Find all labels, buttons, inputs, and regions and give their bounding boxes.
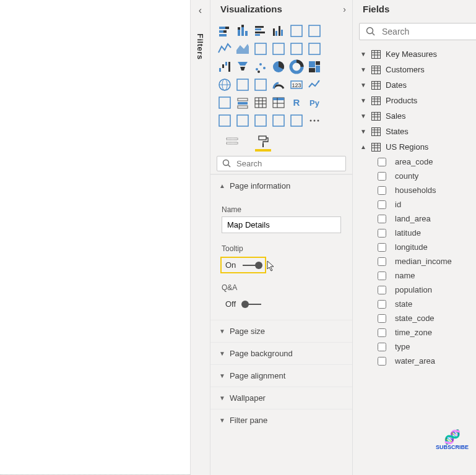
svg-rect-21 [255, 43, 266, 54]
table-dates[interactable]: ▼Dates [358, 77, 476, 93]
page-information-header[interactable]: ▲ Page information [210, 174, 352, 197]
filters-pane-label[interactable]: Filters [196, 33, 205, 60]
viz-decomposition[interactable] [235, 113, 251, 129]
field-checkbox[interactable] [378, 286, 386, 294]
viz-stacked-column-100[interactable] [306, 23, 322, 39]
field-time_zone[interactable]: time_zone [358, 325, 476, 340]
viz-treemap[interactable] [306, 59, 322, 75]
filter-pane-header[interactable]: ▼ Filter pane [210, 409, 352, 431]
fields-search-input[interactable] [382, 27, 476, 36]
field-state_code[interactable]: state_code [358, 311, 476, 325]
viz-filled-map[interactable] [235, 77, 251, 93]
fields-tab[interactable] [224, 134, 240, 150]
format-tab[interactable] [255, 134, 271, 150]
field-land_area[interactable]: land_area [358, 212, 476, 226]
viz-power-apps[interactable] [288, 113, 305, 129]
table-label: Customers [386, 65, 425, 74]
field-checkbox[interactable] [378, 186, 386, 195]
viz-slicer[interactable] [235, 95, 251, 111]
format-search-box[interactable] [217, 156, 346, 171]
field-checkbox[interactable] [378, 328, 386, 337]
table-states[interactable]: ▼States [358, 124, 476, 139]
table-sales[interactable]: ▼Sales [358, 108, 476, 124]
field-county[interactable]: county [358, 169, 476, 183]
field-checkbox[interactable] [378, 172, 386, 181]
field-type[interactable]: type [358, 340, 476, 354]
viz-line-stacked[interactable] [288, 41, 305, 57]
viz-multi-card[interactable] [217, 95, 233, 111]
field-water_area[interactable]: water_area [358, 354, 476, 368]
svg-rect-95 [372, 96, 381, 105]
collapse-visualizations-icon[interactable]: › [343, 4, 346, 14]
svg-rect-49 [219, 97, 230, 108]
page-background-header[interactable]: ▼ Page background [210, 342, 352, 364]
viz-shape-map[interactable] [253, 77, 269, 93]
page-alignment-header[interactable]: ▼ Page alignment [210, 364, 352, 387]
expand-filters-icon[interactable]: ‹ [199, 5, 202, 16]
viz-ribbon[interactable] [306, 41, 322, 57]
field-households[interactable]: households [358, 183, 476, 197]
viz-stacked-area[interactable] [253, 41, 269, 57]
field-state[interactable]: state [358, 297, 476, 311]
viz-clustered-column[interactable] [270, 23, 287, 39]
qa-toggle-track[interactable] [243, 304, 261, 305]
viz-more[interactable] [306, 113, 322, 129]
tooltip-toggle[interactable]: On [222, 258, 265, 272]
fields-search-box[interactable] [359, 23, 476, 40]
viz-waterfall[interactable] [217, 59, 233, 75]
viz-r-script[interactable]: R [288, 95, 305, 111]
viz-map[interactable] [217, 77, 233, 93]
field-checkbox[interactable] [378, 300, 386, 309]
viz-key-influencers[interactable] [217, 113, 233, 129]
viz-funnel[interactable] [235, 59, 251, 75]
svg-text:Py: Py [309, 98, 320, 108]
table-products[interactable]: ▼Products [358, 93, 476, 108]
viz-scatter[interactable] [253, 59, 269, 75]
field-checkbox[interactable] [378, 272, 386, 280]
field-population[interactable]: population [358, 283, 476, 297]
viz-qa-visual[interactable] [253, 113, 269, 129]
field-checkbox[interactable] [378, 200, 386, 209]
page-name-input[interactable] [222, 216, 341, 233]
report-canvas[interactable] [0, 0, 191, 475]
field-checkbox[interactable] [378, 314, 386, 323]
viz-paginated[interactable] [270, 113, 287, 129]
field-area_code[interactable]: area_code [358, 155, 476, 169]
field-checkbox[interactable] [378, 243, 386, 252]
viz-gauge[interactable] [270, 77, 287, 93]
viz-pie[interactable] [270, 59, 287, 75]
field-checkbox[interactable] [378, 215, 386, 223]
viz-stacked-column[interactable] [235, 23, 251, 39]
table-customers[interactable]: ▼Customers [358, 62, 476, 77]
field-longitude[interactable]: longitude [358, 240, 476, 254]
field-checkbox[interactable] [378, 229, 386, 238]
field-latitude[interactable]: latitude [358, 226, 476, 240]
svg-rect-75 [262, 143, 264, 147]
viz-area[interactable] [235, 41, 251, 57]
viz-kpi[interactable] [306, 77, 322, 93]
field-checkbox[interactable] [378, 257, 386, 266]
viz-stacked-bar[interactable] [217, 23, 233, 39]
viz-donut[interactable] [288, 59, 305, 75]
page-size-header[interactable]: ▼ Page size [210, 320, 352, 342]
field-id[interactable]: id [358, 197, 476, 212]
table-key-measures[interactable]: ▼Key Measures [358, 46, 476, 62]
wallpaper-header[interactable]: ▼ Wallpaper [210, 387, 352, 409]
format-search-input[interactable] [236, 159, 340, 168]
tooltip-toggle-track[interactable] [243, 265, 261, 266]
field-median_income[interactable]: median_income [358, 254, 476, 268]
viz-clustered-bar[interactable] [253, 23, 269, 39]
table-us-regions[interactable]: ▲US Regions [358, 139, 476, 155]
viz-card[interactable]: 123 [288, 77, 305, 93]
viz-stacked-bar-100[interactable] [288, 23, 305, 39]
viz-python[interactable]: Py [306, 95, 322, 111]
field-checkbox[interactable] [378, 158, 386, 166]
viz-line-clustered[interactable] [270, 41, 287, 57]
viz-matrix[interactable] [270, 95, 287, 111]
viz-line[interactable] [217, 41, 233, 57]
field-checkbox[interactable] [378, 343, 386, 351]
field-checkbox[interactable] [378, 357, 386, 366]
qa-toggle[interactable]: Off [222, 297, 265, 311]
viz-table[interactable] [253, 95, 269, 111]
field-name[interactable]: name [358, 268, 476, 283]
